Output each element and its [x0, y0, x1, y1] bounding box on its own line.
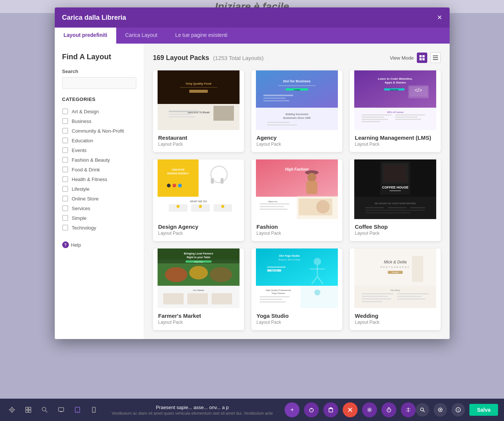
svg-point-110: [314, 258, 321, 265]
card-fashion[interactable]: High Fashion About Us: [251, 159, 342, 241]
mobile-icon[interactable]: [88, 404, 100, 416]
bottom-toolbar: Praesent sapie... asse... onv... a p Ves…: [0, 399, 504, 421]
svg-rect-42: [362, 117, 384, 118]
save-button[interactable]: Salva: [469, 404, 498, 416]
category-checkbox-online[interactable]: [62, 196, 68, 202]
category-checkbox-community[interactable]: [62, 128, 68, 134]
category-online[interactable]: Online Store: [62, 194, 136, 203]
svg-rect-123: [260, 296, 289, 297]
category-checkbox-health[interactable]: [62, 176, 68, 182]
card-restaurant[interactable]: Only Quality Food Welcome To Bread: [153, 70, 244, 152]
svg-rect-145: [9, 409, 10, 410]
tablet-icon[interactable]: [72, 404, 83, 416]
help-right-icon[interactable]: ?: [451, 403, 465, 417]
tab-predefined[interactable]: Layout predefiniti: [55, 28, 116, 44]
category-checkbox-services[interactable]: [62, 205, 68, 211]
card-name-farmer: Farmer's Market: [158, 313, 239, 319]
category-checkbox-technology[interactable]: [62, 225, 68, 231]
category-business[interactable]: Business: [62, 116, 136, 126]
card-type-restaurant: Layout Pack: [158, 142, 239, 147]
preview-svg-restaurant: Only Quality Food Welcome To Bread: [153, 70, 244, 130]
category-label-technology: Technology: [72, 225, 96, 231]
power-button[interactable]: [304, 402, 319, 417]
category-education[interactable]: Education: [62, 136, 136, 145]
svg-rect-153: [58, 408, 64, 411]
card-farmer[interactable]: Bringing Local Farmers Right to your Tab…: [153, 249, 244, 330]
svg-text:Our Story: Our Story: [390, 289, 400, 291]
card-info-lms: Learning Management (LMS) Layout Pack: [350, 130, 441, 152]
category-checkbox-art[interactable]: [62, 108, 68, 114]
category-services[interactable]: Services: [62, 203, 136, 213]
toolbar-left: [6, 404, 100, 416]
grid-layout-icon[interactable]: [22, 404, 34, 416]
content-header: 169 Layout Packs (1253 Total Layouts) Vi…: [153, 53, 441, 63]
category-label-events: Events: [72, 148, 87, 153]
card-preview-coffee: COFFEE HOUSE WE ADVISE ON YOUR TEAM PART…: [350, 159, 441, 219]
layers-right-icon[interactable]: [434, 403, 447, 417]
svg-rect-148: [29, 407, 31, 409]
svg-rect-0: [419, 55, 422, 57]
search-right-icon[interactable]: [416, 403, 429, 417]
category-checkbox-business[interactable]: [62, 118, 68, 124]
category-lifestyle[interactable]: Lifestyle: [62, 184, 136, 194]
settings-icon[interactable]: [6, 404, 18, 416]
preview-svg-lms: Learn to Code Websites, Apps & Games </>…: [350, 70, 441, 130]
svg-point-166: [369, 409, 371, 411]
count-number: 169 Layout Packs: [153, 54, 209, 61]
svg-rect-45: [395, 114, 425, 115]
list-view-button[interactable]: [430, 53, 441, 63]
main-content: 169 Layout Packs (1253 Total Layouts) Vi…: [144, 44, 450, 339]
preview-svg-fashion: High Fashion About Us: [251, 159, 342, 219]
help-link[interactable]: ? Help: [62, 241, 136, 248]
timer-button[interactable]: [381, 402, 396, 417]
category-checkbox-education[interactable]: [62, 137, 68, 143]
card-type-wedding: Layout Pack: [355, 320, 435, 325]
card-yoga[interactable]: Divi Yoga Studio Balance, Mind & Body: [251, 249, 342, 330]
svg-text:Divi for Business: Divi for Business: [283, 79, 311, 83]
category-simple[interactable]: Simple: [62, 213, 136, 223]
modal-overlay: Carica dalla Libreria × Layout predefini…: [0, 0, 504, 399]
category-label-education: Education: [72, 138, 93, 143]
svg-text:About Us: About Us: [268, 200, 277, 203]
category-checkbox-lifestyle[interactable]: [62, 186, 68, 192]
grid-view-button[interactable]: [417, 53, 427, 63]
toolbar-main-text: Praesent sapie... asse... onv... a p: [100, 405, 285, 410]
category-community[interactable]: Community & Non-Profit: [62, 126, 136, 136]
category-health[interactable]: Health & Fitness: [62, 174, 136, 184]
toolbar-sub-text: Vestibulum ac diam sit amet quam vehicul…: [100, 411, 285, 415]
category-technology[interactable]: Technology: [62, 223, 136, 232]
svg-point-57: [178, 184, 182, 187]
modal-close-button[interactable]: ×: [437, 13, 442, 22]
category-art[interactable]: Art & Design: [62, 107, 136, 116]
svg-rect-47: [395, 119, 421, 120]
category-food[interactable]: Food & Drink: [62, 165, 136, 174]
category-label-lifestyle: Lifestyle: [72, 186, 90, 192]
gear-button[interactable]: [362, 402, 377, 417]
card-coffee[interactable]: COFFEE HOUSE WE ADVISE ON YOUR TEAM PART…: [350, 159, 441, 241]
adjust-button[interactable]: [401, 402, 416, 417]
tab-upload[interactable]: Carica Layout: [116, 28, 166, 44]
card-wedding[interactable]: Mick & Della PHOTOGRAPHY Portfolio Our S…: [350, 249, 441, 330]
delete-button[interactable]: [323, 402, 338, 417]
category-checkbox-events[interactable]: [62, 147, 68, 153]
tab-existing[interactable]: Le tue pagine esistenti: [166, 28, 236, 44]
add-section-button[interactable]: +: [285, 402, 299, 417]
svg-point-64: [199, 205, 202, 208]
close-button[interactable]: [343, 402, 358, 417]
card-agency[interactable]: Divi for Business Contact Building Succe…: [251, 70, 342, 152]
svg-text:Bringing Local Farmers: Bringing Local Farmers: [184, 252, 213, 255]
search-toolbar-icon[interactable]: [39, 404, 51, 416]
category-fashion[interactable]: Fashion & Beauty: [62, 155, 136, 165]
category-checkbox-fashion[interactable]: [62, 157, 68, 163]
search-input[interactable]: [62, 77, 136, 89]
category-checkbox-simple[interactable]: [62, 215, 68, 221]
category-label-health: Health & Fitness: [72, 177, 107, 182]
preview-svg-yoga: Divi Yoga Studio Balance, Mind & Body: [251, 249, 342, 308]
card-lms[interactable]: Learn to Code Websites, Apps & Games </>…: [350, 70, 441, 152]
svg-text:Learn to Code Websites,: Learn to Code Websites,: [378, 77, 412, 80]
monitor-icon[interactable]: [55, 404, 67, 416]
category-events[interactable]: Events: [62, 145, 136, 155]
svg-rect-149: [26, 410, 28, 412]
card-design-agency[interactable]: CREATIVE DESIGN AGENCY WHAT WE DO: [153, 159, 244, 241]
category-checkbox-food[interactable]: [62, 167, 68, 172]
